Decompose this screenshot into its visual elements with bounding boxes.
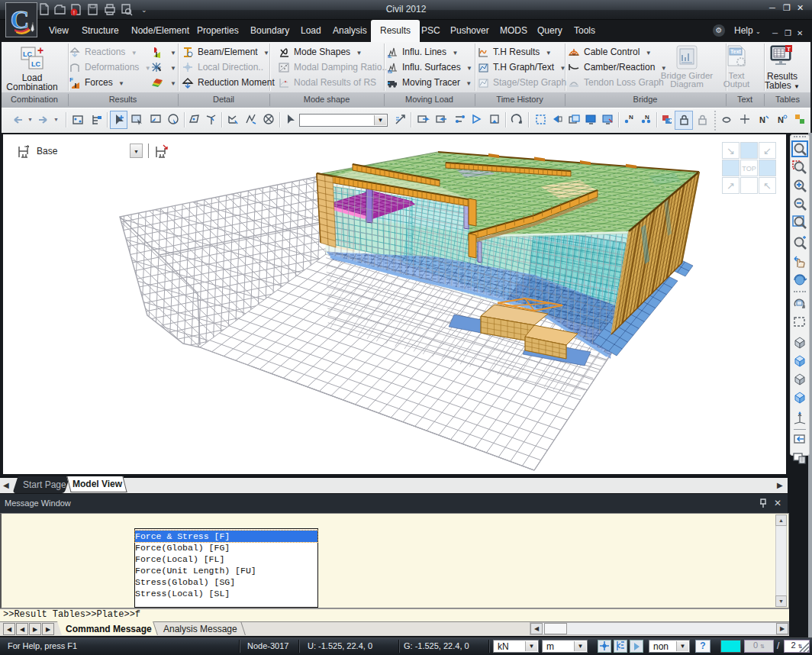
svg-text:Text: Text	[730, 49, 742, 54]
svg-text:⌄: ⌄	[141, 6, 147, 14]
svg-text:N: N	[778, 115, 784, 124]
svg-text:T: T	[787, 46, 791, 53]
svg-text:N: N	[629, 114, 633, 121]
svg-text:!: !	[73, 10, 75, 15]
svg-text:IL: IL	[388, 54, 392, 59]
svg-text:+: +	[37, 46, 44, 56]
svg-text:IS: IS	[388, 69, 392, 74]
svg-text:LC: LC	[31, 60, 40, 68]
svg-text:N: N	[759, 115, 765, 124]
svg-text:F: F	[69, 76, 73, 83]
svg-text:N: N	[645, 114, 649, 121]
